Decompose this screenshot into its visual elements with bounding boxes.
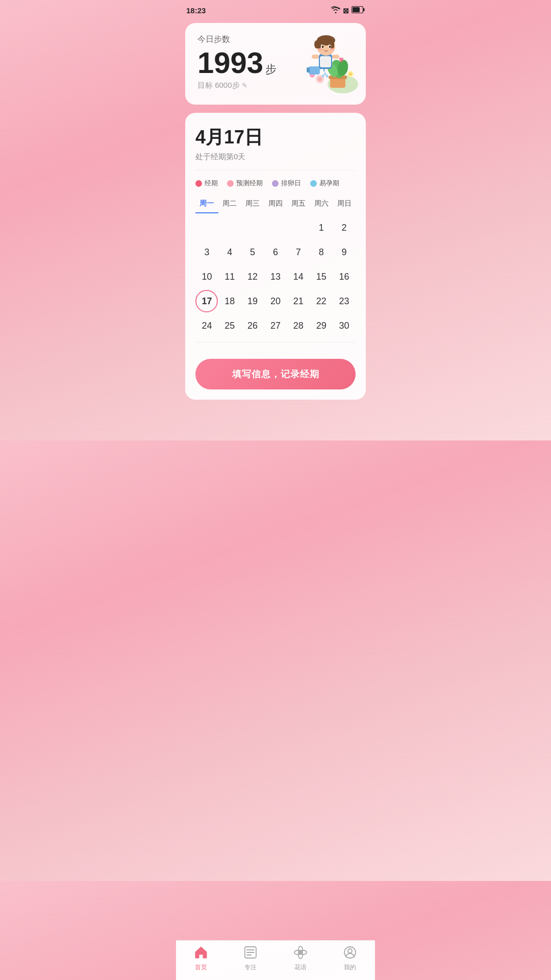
- weekday-sun: 周日: [333, 197, 356, 213]
- day-5[interactable]: 5: [241, 241, 264, 263]
- calendar-legend: 经期 预测经期 排卵日 易孕期: [195, 179, 356, 188]
- day-14[interactable]: 14: [287, 265, 310, 288]
- day-30[interactable]: 30: [333, 314, 356, 337]
- day-12[interactable]: 12: [241, 265, 264, 288]
- day-24[interactable]: 24: [195, 314, 218, 337]
- day-19[interactable]: 19: [241, 290, 264, 312]
- svg-rect-22: [332, 55, 339, 59]
- day-15[interactable]: 15: [310, 265, 333, 288]
- day-empty-2[interactable]: [218, 216, 241, 239]
- svg-point-10: [318, 77, 322, 81]
- status-bar: 18:23 ⊠: [176, 0, 375, 19]
- weekday-fri: 周五: [287, 197, 310, 213]
- character-illustration: [294, 28, 361, 94]
- legend-period: 经期: [195, 179, 218, 188]
- svg-point-17: [326, 75, 328, 78]
- svg-point-18: [322, 75, 324, 78]
- period-status: 处于经期第0天: [195, 152, 356, 162]
- svg-point-31: [329, 45, 331, 48]
- divider-top: [195, 170, 356, 170]
- legend-predicted: 预测经期: [227, 179, 263, 188]
- steps-text: 今日步数 1993 步 目标 6000步 ✎: [197, 34, 277, 90]
- steps-goal: 目标 6000步 ✎: [197, 81, 277, 90]
- legend-ovulation: 排卵日: [272, 179, 301, 188]
- day-27[interactable]: 27: [264, 314, 287, 337]
- day-10[interactable]: 10: [195, 265, 218, 288]
- day-13[interactable]: 13: [264, 265, 287, 288]
- svg-point-33: [330, 48, 334, 51]
- legend-ovulation-label: 排卵日: [281, 179, 301, 188]
- weekday-thu: 周四: [264, 197, 287, 213]
- svg-rect-21: [312, 55, 319, 59]
- svg-rect-20: [320, 56, 331, 67]
- weekday-tue: 周二: [218, 197, 241, 213]
- record-period-button[interactable]: 填写信息，记录经期: [195, 359, 356, 389]
- signal-icon: ⊠: [343, 7, 349, 15]
- steps-unit: 步: [265, 62, 277, 77]
- steps-number: 1993: [197, 48, 263, 78]
- day-9[interactable]: 9: [333, 241, 356, 263]
- day-17-today[interactable]: 17: [195, 290, 218, 312]
- day-1[interactable]: 1: [310, 216, 333, 239]
- svg-rect-2: [363, 8, 365, 11]
- day-28[interactable]: 28: [287, 314, 310, 337]
- svg-point-16: [324, 72, 326, 76]
- battery-icon: [352, 6, 365, 15]
- svg-rect-1: [353, 7, 360, 12]
- day-29[interactable]: 29: [310, 314, 333, 337]
- svg-point-32: [318, 48, 322, 51]
- weekdays-row: 周一 周二 周三 周四 周五 周六 周日: [195, 197, 356, 213]
- day-7[interactable]: 7: [287, 241, 310, 263]
- calendar-card: 4月17日 处于经期第0天 经期 预测经期 排卵日 易孕期: [185, 113, 366, 400]
- day-8[interactable]: 8: [310, 241, 333, 263]
- svg-point-27: [314, 40, 319, 48]
- svg-rect-15: [307, 67, 310, 72]
- day-3[interactable]: 3: [195, 241, 218, 263]
- weekday-sat: 周六: [310, 197, 333, 213]
- wifi-icon: [331, 6, 340, 15]
- day-20[interactable]: 20: [264, 290, 287, 312]
- main-content: 今日步数 1993 步 目标 6000步 ✎: [176, 19, 375, 440]
- svg-point-30: [322, 45, 324, 48]
- days-grid: 1 2 3 4 5 6 7 8 9 10 11 12 13 14 15 16 1…: [195, 216, 356, 337]
- day-4[interactable]: 4: [218, 241, 241, 263]
- day-11[interactable]: 11: [218, 265, 241, 288]
- steps-card: 今日步数 1993 步 目标 6000步 ✎: [185, 23, 366, 105]
- legend-dot-ovulation: [272, 180, 279, 187]
- steps-goal-text: 目标 6000步: [197, 81, 240, 90]
- weekday-wed: 周三: [241, 197, 264, 213]
- day-6[interactable]: 6: [264, 241, 287, 263]
- legend-period-label: 经期: [205, 179, 218, 188]
- svg-rect-14: [309, 66, 320, 75]
- status-icons: ⊠: [331, 6, 365, 15]
- date-heading: 4月17日: [195, 125, 356, 150]
- steps-label: 今日步数: [197, 34, 277, 45]
- day-26[interactable]: 26: [241, 314, 264, 337]
- day-22[interactable]: 22: [310, 290, 333, 312]
- svg-point-12: [349, 72, 352, 76]
- legend-fertile-label: 易孕期: [319, 179, 339, 188]
- legend-dot-predicted: [227, 180, 234, 187]
- weekday-mon: 周一: [195, 197, 218, 213]
- day-empty-5[interactable]: [287, 216, 310, 239]
- day-empty-1[interactable]: [195, 216, 218, 239]
- day-empty-4[interactable]: [264, 216, 287, 239]
- day-empty-3[interactable]: [241, 216, 264, 239]
- legend-predicted-label: 预测经期: [236, 179, 263, 188]
- calendar-grid: 周一 周二 周三 周四 周五 周六 周日 1 2 3 4: [195, 197, 356, 337]
- legend-fertile: 易孕期: [310, 179, 339, 188]
- divider-bottom: [195, 342, 356, 342]
- legend-dot-fertile: [310, 180, 317, 187]
- status-time: 18:23: [186, 6, 206, 15]
- legend-dot-period: [195, 180, 202, 187]
- day-18[interactable]: 18: [218, 290, 241, 312]
- day-23[interactable]: 23: [333, 290, 356, 312]
- day-21[interactable]: 21: [287, 290, 310, 312]
- day-16[interactable]: 16: [333, 265, 356, 288]
- steps-count-row: 1993 步: [197, 48, 277, 78]
- day-2[interactable]: 2: [333, 216, 356, 239]
- edit-goal-icon[interactable]: ✎: [242, 82, 247, 89]
- day-25[interactable]: 25: [218, 314, 241, 337]
